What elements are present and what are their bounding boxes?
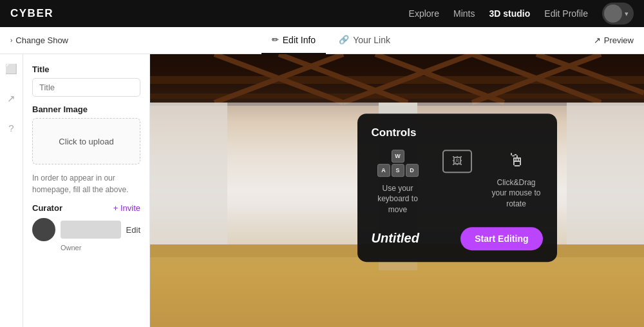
change-show-btn[interactable]: › Change Show xyxy=(10,35,68,45)
tab-edit-info[interactable]: ✏ Edit Info xyxy=(261,27,326,54)
controls-footer: Untitled Start Editing xyxy=(372,227,543,250)
key-w: W xyxy=(392,150,404,163)
nav-explore[interactable]: Explore xyxy=(409,8,439,19)
title-label: Title xyxy=(32,64,140,74)
key-a: A xyxy=(377,164,390,177)
help-icon[interactable]: ? xyxy=(8,123,14,134)
second-bar: › Change Show ✏ Edit Info 🔗 Your Link ↗ … xyxy=(0,27,644,54)
external-link-icon: ↗ xyxy=(594,35,601,45)
curator-label: Curator xyxy=(32,203,62,213)
link-icon: 🔗 xyxy=(339,35,349,45)
wasd-keys-icon: W A S D xyxy=(377,150,419,177)
key-s: S xyxy=(392,164,404,177)
svg-rect-12 xyxy=(150,103,227,244)
chevron-right-icon: › xyxy=(10,37,12,44)
mouse-control: 🖱 Click&Drag your mouse to rotate xyxy=(490,150,543,215)
curator-avatar xyxy=(32,218,55,241)
edit-icon: ✏ xyxy=(272,35,279,45)
title-field-group: Title xyxy=(32,64,140,97)
key-d: D xyxy=(406,164,419,177)
image-control: 🖼 xyxy=(431,150,484,215)
chevron-down-icon: ▾ xyxy=(625,10,629,18)
curator-edit-btn[interactable]: Edit xyxy=(126,225,140,235)
top-nav: CYBER Explore Mints 3D studio Edit Profi… xyxy=(0,0,644,27)
banner-field-group: Banner Image Click to upload xyxy=(32,104,140,164)
preview-btn[interactable]: ↗ Preview xyxy=(594,35,634,45)
curator-item: Edit xyxy=(32,218,140,241)
untitled-label: Untitled xyxy=(372,232,419,246)
upload-area[interactable]: Click to upload xyxy=(32,118,140,164)
sidebar-icon-col: ⬜ ↗ ? xyxy=(0,54,23,327)
curator-section: Curator + Invite Edit Owner xyxy=(32,203,140,252)
keyboard-control: W A S D Use your keyboard to move xyxy=(372,150,424,215)
main-layout: ⬜ ↗ ? Title Banner Image Click to upload… xyxy=(0,54,644,327)
tab-your-link[interactable]: 🔗 Your Link xyxy=(328,27,401,54)
upload-label: Click to upload xyxy=(59,137,113,146)
controls-modal: Controls W A S D Use your key xyxy=(357,114,557,262)
mouse-rotate-icon: 🖱 xyxy=(507,150,526,171)
nav-mints[interactable]: Mints xyxy=(453,8,475,19)
invite-link[interactable]: + Invite xyxy=(113,203,140,213)
owner-label: Owner xyxy=(61,244,140,252)
cube-icon[interactable]: ⬜ xyxy=(5,63,17,75)
nav-3d-studio[interactable]: 3D studio xyxy=(489,8,531,19)
canvas-area: Controls W A S D Use your key xyxy=(150,54,644,327)
controls-items: W A S D Use your keyboard to move 🖼 xyxy=(372,150,543,215)
nav-edit-profile[interactable]: Edit Profile xyxy=(544,8,588,19)
hint-text: In order to appear in our homepage, fill… xyxy=(32,172,140,195)
title-input[interactable] xyxy=(32,78,140,97)
user-avatar-wrapper[interactable]: ▾ xyxy=(602,3,634,25)
svg-rect-13 xyxy=(567,103,644,244)
keyboard-desc: Use your keyboard to move xyxy=(372,183,424,215)
logo[interactable]: CYBER xyxy=(10,7,53,20)
image-icon: 🖼 xyxy=(442,150,472,173)
sidebar-content: Title Banner Image Click to upload In or… xyxy=(23,54,150,327)
avatar xyxy=(604,5,622,23)
controls-title: Controls xyxy=(372,126,543,139)
trend-icon[interactable]: ↗ xyxy=(7,93,15,104)
mouse-desc: Click&Drag your mouse to rotate xyxy=(490,177,543,210)
curator-name-bar xyxy=(61,221,121,239)
banner-label: Banner Image xyxy=(32,104,140,114)
start-editing-button[interactable]: Start Editing xyxy=(460,227,542,250)
